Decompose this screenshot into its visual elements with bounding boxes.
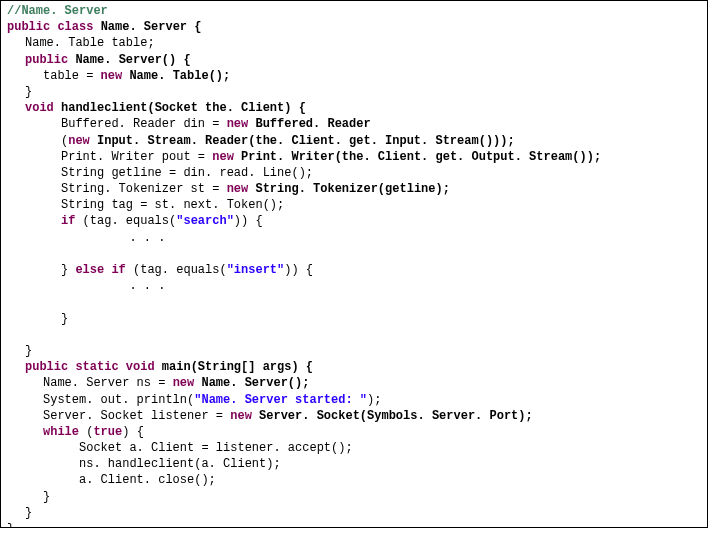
txt: }	[61, 263, 75, 277]
str: "search"	[176, 214, 234, 228]
txt: }	[61, 312, 68, 326]
txt: Buffered. Reader	[255, 117, 370, 131]
kw: new	[68, 134, 97, 148]
txt: Name. Server();	[201, 376, 309, 390]
kw: while	[43, 425, 86, 439]
txt: )) {	[284, 263, 313, 277]
kw: new	[227, 117, 256, 131]
txt: }	[43, 490, 50, 504]
txt: }	[25, 506, 32, 520]
kw: new	[230, 409, 259, 423]
txt: main(String[] args) {	[162, 360, 313, 374]
txt: String. Tokenizer st =	[61, 182, 227, 196]
txt: String getline = din. read. Line();	[61, 166, 313, 180]
kw: if	[61, 214, 83, 228]
kw: public	[25, 53, 75, 67]
txt: . . .	[129, 231, 165, 245]
txt: Name. Server() {	[75, 53, 190, 67]
txt: a. Client. close();	[79, 473, 216, 487]
kw: new	[227, 182, 256, 196]
txt: Name. Server ns =	[43, 376, 173, 390]
kw: true	[93, 425, 122, 439]
txt: ns. handleclient(a. Client);	[79, 457, 281, 471]
txt: }	[25, 344, 32, 358]
kw: else if	[75, 263, 133, 277]
txt: Name. Table();	[129, 69, 230, 83]
comment: //Name. Server	[7, 4, 108, 18]
txt: handleclient(Socket the. Client) {	[61, 101, 306, 115]
txt: (tag. equals(	[133, 263, 227, 277]
txt: . . .	[129, 279, 165, 293]
txt: table =	[43, 69, 101, 83]
code-block: //Name. Server public class Name. Server…	[7, 3, 701, 528]
kw: new	[101, 69, 130, 83]
kw: new	[173, 376, 202, 390]
code-container: //Name. Server public class Name. Server…	[0, 0, 708, 528]
txt: Socket a. Client = listener. accept();	[79, 441, 353, 455]
str: "Name. Server started: "	[194, 393, 367, 407]
kw: new	[212, 150, 241, 164]
str: "insert"	[227, 263, 285, 277]
txt: Server. Socket(Symbols. Server. Port);	[259, 409, 533, 423]
txt: ) {	[122, 425, 144, 439]
txt: System. out. println(	[43, 393, 194, 407]
txt: Input. Stream. Reader(the. Client. get. …	[97, 134, 515, 148]
txt: String tag = st. next. Token();	[61, 198, 284, 212]
txt: Print. Writer pout =	[61, 150, 212, 164]
txt: )) {	[234, 214, 263, 228]
txt: }	[7, 522, 14, 528]
txt: Server. Socket listener =	[43, 409, 230, 423]
txt: Name. Server {	[101, 20, 202, 34]
txt: Buffered. Reader din =	[61, 117, 227, 131]
kw: public static void	[25, 360, 162, 374]
kw: public class	[7, 20, 101, 34]
txt: }	[25, 85, 32, 99]
txt: (tag. equals(	[83, 214, 177, 228]
txt: String. Tokenizer(getline);	[255, 182, 449, 196]
txt: );	[367, 393, 381, 407]
kw: void	[25, 101, 61, 115]
txt: Print. Writer(the. Client. get. Output. …	[241, 150, 601, 164]
txt: Name. Table table;	[25, 36, 155, 50]
